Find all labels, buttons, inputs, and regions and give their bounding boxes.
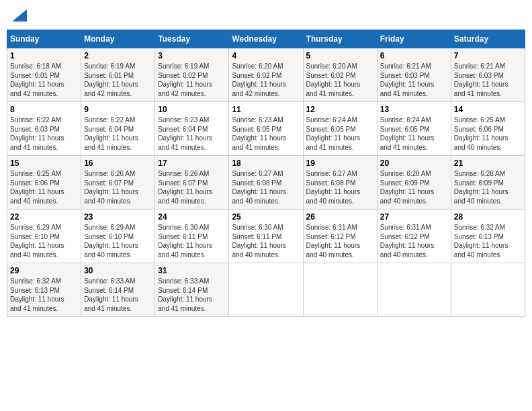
day-info: Sunrise: 6:25 AMSunset: 6:06 PMDaylight:… xyxy=(10,169,78,205)
calendar-header-row: SundayMondayTuesdayWednesdayThursdayFrid… xyxy=(7,30,525,48)
day-cell xyxy=(303,263,377,317)
day-info: Sunrise: 6:29 AMSunset: 6:10 PMDaylight:… xyxy=(84,223,152,259)
day-cell: 7Sunrise: 6:21 AMSunset: 6:03 PMDaylight… xyxy=(451,48,525,102)
day-number: 18 xyxy=(232,158,300,168)
col-header-monday: Monday xyxy=(81,30,155,48)
day-info: Sunrise: 6:22 AMSunset: 6:03 PMDaylight:… xyxy=(10,116,78,152)
logo xyxy=(11,9,27,21)
day-cell: 23Sunrise: 6:29 AMSunset: 6:10 PMDayligh… xyxy=(81,210,155,263)
day-number: 2 xyxy=(84,51,152,60)
day-info: Sunrise: 6:30 AMSunset: 6:11 PMDaylight:… xyxy=(232,223,300,259)
day-number: 9 xyxy=(84,105,152,114)
day-info: Sunrise: 6:26 AMSunset: 6:07 PMDaylight:… xyxy=(84,169,152,205)
day-info: Sunrise: 6:21 AMSunset: 6:03 PMDaylight:… xyxy=(380,62,448,98)
day-info: Sunrise: 6:30 AMSunset: 6:11 PMDaylight:… xyxy=(158,223,226,259)
day-info: Sunrise: 6:31 AMSunset: 6:12 PMDaylight:… xyxy=(306,223,374,259)
day-number: 19 xyxy=(306,158,374,168)
day-cell: 30Sunrise: 6:33 AMSunset: 6:14 PMDayligh… xyxy=(81,263,155,317)
day-number: 7 xyxy=(454,51,522,60)
page-header xyxy=(7,7,525,24)
day-number: 29 xyxy=(10,266,78,275)
day-number: 23 xyxy=(84,212,152,222)
svg-marker-0 xyxy=(12,9,27,21)
day-number: 16 xyxy=(84,158,152,168)
col-header-friday: Friday xyxy=(377,30,451,48)
day-info: Sunrise: 6:33 AMSunset: 6:14 PMDaylight:… xyxy=(158,277,226,313)
day-cell: 10Sunrise: 6:23 AMSunset: 6:04 PMDayligh… xyxy=(155,102,229,156)
day-info: Sunrise: 6:19 AMSunset: 6:01 PMDaylight:… xyxy=(84,62,152,98)
day-info: Sunrise: 6:27 AMSunset: 6:08 PMDaylight:… xyxy=(306,169,374,205)
day-info: Sunrise: 6:20 AMSunset: 6:02 PMDaylight:… xyxy=(232,62,300,98)
day-number: 12 xyxy=(306,105,374,114)
week-row-2: 8Sunrise: 6:22 AMSunset: 6:03 PMDaylight… xyxy=(7,102,525,156)
day-cell: 1Sunrise: 6:18 AMSunset: 6:01 PMDaylight… xyxy=(7,48,81,102)
day-cell: 16Sunrise: 6:26 AMSunset: 6:07 PMDayligh… xyxy=(81,156,155,210)
day-info: Sunrise: 6:31 AMSunset: 6:12 PMDaylight:… xyxy=(380,223,448,259)
day-cell: 11Sunrise: 6:23 AMSunset: 6:05 PMDayligh… xyxy=(229,102,303,156)
day-number: 30 xyxy=(84,266,152,275)
day-cell: 19Sunrise: 6:27 AMSunset: 6:08 PMDayligh… xyxy=(303,156,377,210)
day-cell: 17Sunrise: 6:26 AMSunset: 6:07 PMDayligh… xyxy=(155,156,229,210)
day-number: 21 xyxy=(454,158,522,168)
day-info: Sunrise: 6:28 AMSunset: 6:09 PMDaylight:… xyxy=(380,169,448,205)
day-number: 25 xyxy=(232,212,300,222)
day-cell: 4Sunrise: 6:20 AMSunset: 6:02 PMDaylight… xyxy=(229,48,303,102)
day-cell: 8Sunrise: 6:22 AMSunset: 6:03 PMDaylight… xyxy=(7,102,81,156)
day-info: Sunrise: 6:29 AMSunset: 6:10 PMDaylight:… xyxy=(10,223,78,259)
day-info: Sunrise: 6:21 AMSunset: 6:03 PMDaylight:… xyxy=(454,62,522,98)
day-cell: 21Sunrise: 6:28 AMSunset: 6:09 PMDayligh… xyxy=(451,156,525,210)
day-cell: 27Sunrise: 6:31 AMSunset: 6:12 PMDayligh… xyxy=(377,210,451,263)
week-row-3: 15Sunrise: 6:25 AMSunset: 6:06 PMDayligh… xyxy=(7,156,525,210)
day-number: 28 xyxy=(454,212,522,222)
day-cell: 14Sunrise: 6:25 AMSunset: 6:06 PMDayligh… xyxy=(451,102,525,156)
calendar-table: SundayMondayTuesdayWednesdayThursdayFrid… xyxy=(7,30,525,317)
day-cell: 2Sunrise: 6:19 AMSunset: 6:01 PMDaylight… xyxy=(81,48,155,102)
day-info: Sunrise: 6:32 AMSunset: 6:13 PMDaylight:… xyxy=(10,277,78,313)
day-cell: 25Sunrise: 6:30 AMSunset: 6:11 PMDayligh… xyxy=(229,210,303,263)
day-number: 5 xyxy=(306,51,374,60)
col-header-wednesday: Wednesday xyxy=(229,30,303,48)
day-cell: 20Sunrise: 6:28 AMSunset: 6:09 PMDayligh… xyxy=(377,156,451,210)
day-cell: 13Sunrise: 6:24 AMSunset: 6:05 PMDayligh… xyxy=(377,102,451,156)
day-info: Sunrise: 6:28 AMSunset: 6:09 PMDaylight:… xyxy=(454,169,522,205)
day-cell: 22Sunrise: 6:29 AMSunset: 6:10 PMDayligh… xyxy=(7,210,81,263)
day-cell: 9Sunrise: 6:22 AMSunset: 6:04 PMDaylight… xyxy=(81,102,155,156)
week-row-1: 1Sunrise: 6:18 AMSunset: 6:01 PMDaylight… xyxy=(7,48,525,102)
day-cell: 26Sunrise: 6:31 AMSunset: 6:12 PMDayligh… xyxy=(303,210,377,263)
day-number: 6 xyxy=(380,51,448,60)
day-cell: 3Sunrise: 6:19 AMSunset: 6:02 PMDaylight… xyxy=(155,48,229,102)
day-cell xyxy=(377,263,451,317)
day-cell: 15Sunrise: 6:25 AMSunset: 6:06 PMDayligh… xyxy=(7,156,81,210)
day-cell xyxy=(451,263,525,317)
day-cell: 29Sunrise: 6:32 AMSunset: 6:13 PMDayligh… xyxy=(7,263,81,317)
day-info: Sunrise: 6:23 AMSunset: 6:04 PMDaylight:… xyxy=(158,116,226,152)
day-number: 22 xyxy=(10,212,78,222)
day-cell: 31Sunrise: 6:33 AMSunset: 6:14 PMDayligh… xyxy=(155,263,229,317)
day-info: Sunrise: 6:18 AMSunset: 6:01 PMDaylight:… xyxy=(10,62,78,98)
week-row-5: 29Sunrise: 6:32 AMSunset: 6:13 PMDayligh… xyxy=(7,263,525,317)
day-number: 31 xyxy=(158,266,226,275)
day-number: 26 xyxy=(306,212,374,222)
day-info: Sunrise: 6:27 AMSunset: 6:08 PMDaylight:… xyxy=(232,169,300,205)
day-cell: 6Sunrise: 6:21 AMSunset: 6:03 PMDaylight… xyxy=(377,48,451,102)
col-header-tuesday: Tuesday xyxy=(155,30,229,48)
day-number: 4 xyxy=(232,51,300,60)
col-header-thursday: Thursday xyxy=(303,30,377,48)
day-number: 24 xyxy=(158,212,226,222)
day-number: 1 xyxy=(10,51,78,60)
day-number: 10 xyxy=(158,105,226,114)
day-cell: 5Sunrise: 6:20 AMSunset: 6:02 PMDaylight… xyxy=(303,48,377,102)
day-cell xyxy=(229,263,303,317)
week-row-4: 22Sunrise: 6:29 AMSunset: 6:10 PMDayligh… xyxy=(7,210,525,263)
col-header-sunday: Sunday xyxy=(7,30,81,48)
day-info: Sunrise: 6:24 AMSunset: 6:05 PMDaylight:… xyxy=(306,116,374,152)
day-number: 20 xyxy=(380,158,448,168)
day-info: Sunrise: 6:23 AMSunset: 6:05 PMDaylight:… xyxy=(232,116,300,152)
day-number: 11 xyxy=(232,105,300,114)
day-number: 3 xyxy=(158,51,226,60)
day-number: 13 xyxy=(380,105,448,114)
day-info: Sunrise: 6:33 AMSunset: 6:14 PMDaylight:… xyxy=(84,277,152,313)
day-info: Sunrise: 6:20 AMSunset: 6:02 PMDaylight:… xyxy=(306,62,374,98)
day-cell: 18Sunrise: 6:27 AMSunset: 6:08 PMDayligh… xyxy=(229,156,303,210)
day-number: 14 xyxy=(454,105,522,114)
